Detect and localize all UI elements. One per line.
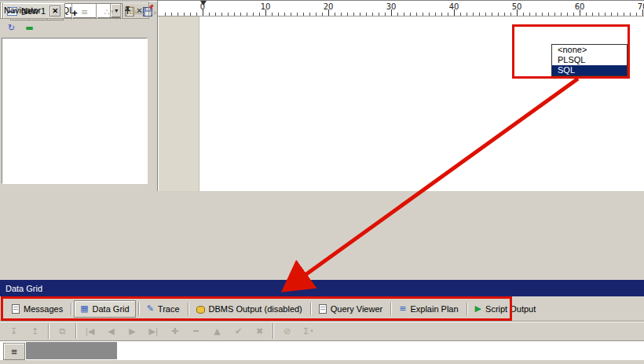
- navigator-content[interactable]: [2, 38, 148, 184]
- toad-editor-window: Editor ◉▾SQL▾✖▾▾⧉↻▦◍▾◔▣»▾▤◎»▾ Desktop: S…: [0, 0, 644, 364]
- refresh-grid-icon: ⧉: [60, 327, 66, 336]
- datagrid-panel-titlebar: Data Grid: [0, 280, 644, 296]
- data-grid-area: ≡: [0, 340, 644, 364]
- tab-data-grid[interactable]: ▦Data Grid: [74, 300, 135, 318]
- navigator-toolbar: ↻▬: [0, 19, 149, 36]
- post-edit-icon: ✔: [235, 327, 242, 336]
- editor-region: 010203040506070: [157, 0, 644, 191]
- ruler-major-tick: [328, 9, 329, 16]
- toolbar-separator: [48, 323, 49, 339]
- tab-query-viewer[interactable]: Query Viewer: [313, 300, 388, 318]
- grid-navigator-toolbar: ↧↥⧉|◀◀▶▶|✚━▲✔✖⊘Σ▾: [0, 321, 644, 340]
- trace-icon: ✎: [147, 304, 154, 313]
- toolbar-separator: [273, 323, 274, 339]
- delete-record-icon: ━: [193, 327, 199, 336]
- editor-ruler: 010203040506070: [158, 1, 644, 17]
- single-record-view-icon: ⊘: [284, 327, 291, 336]
- aggregate-button: Σ▾: [300, 323, 317, 340]
- data-grid-icon: ▦: [80, 304, 88, 313]
- last-record-icon: ▶|: [148, 327, 158, 336]
- tab-trace-label: Trace: [158, 304, 180, 314]
- tab-dbms-output[interactable]: DBMS Output (disabled): [191, 300, 308, 318]
- tab-messages-label: Messages: [24, 304, 63, 314]
- datagrid-panel-title: Data Grid: [5, 284, 42, 293]
- dropdown-caret-icon[interactable]: ▾: [310, 328, 313, 334]
- insert-record-button: ✚: [166, 323, 183, 340]
- tab-separator: [310, 303, 311, 315]
- ruler-major-tick: [454, 9, 455, 16]
- insert-record-icon: ✚: [171, 327, 178, 336]
- query-viewer-icon: [319, 304, 327, 314]
- toolbar-separator: [75, 323, 77, 339]
- navigator-header: Navigator ✕: [0, 2, 149, 19]
- save-grid-icon: ↧: [10, 327, 17, 336]
- editor-gutter: [159, 17, 199, 191]
- result-tabs: Messages▦Data Grid✎TraceDBMS Output (dis…: [0, 296, 644, 321]
- prior-record-icon: ◀: [108, 327, 114, 336]
- ruler-major-tick: [580, 9, 580, 16]
- tab-separator: [138, 303, 139, 315]
- pin-icon[interactable]: [122, 5, 134, 17]
- navigator-sort-button[interactable]: ▬: [21, 20, 38, 36]
- tab-separator: [467, 303, 467, 315]
- next-record-icon: ▶: [129, 327, 135, 336]
- edit-record-button: ▲: [209, 323, 225, 340]
- ruler-major-tick: [517, 9, 518, 16]
- cancel-edit-icon: ✖: [256, 327, 263, 336]
- tab-messages[interactable]: Messages: [6, 300, 68, 318]
- vertical-splitter[interactable]: [149, 0, 157, 191]
- navigator-close-icon[interactable]: ✕: [134, 5, 145, 17]
- tab-explain-plan-label: Explain Plan: [410, 304, 458, 314]
- first-record-button: |◀: [82, 323, 98, 340]
- tab-separator: [390, 303, 391, 315]
- script-output-icon: ▶: [475, 304, 481, 313]
- prior-record-button: ◀: [103, 323, 119, 340]
- grid-bottom-strip: [0, 360, 644, 364]
- tab-trace[interactable]: ✎Trace: [141, 300, 185, 318]
- tab-script-output[interactable]: ▶Script Output: [470, 300, 542, 318]
- ruler-major-tick: [265, 9, 266, 16]
- load-grid-button: ↥: [27, 323, 43, 340]
- single-record-view-button: ⊘: [279, 323, 295, 340]
- refresh-grid-button: ⧉: [54, 323, 71, 340]
- dbms-output-icon: [196, 306, 205, 314]
- tab-query-viewer-label: Query Viewer: [331, 304, 382, 314]
- grid-row-indicator[interactable]: [26, 342, 117, 359]
- desktop-dropdown-list: <none>PLSQLSQL: [551, 44, 628, 76]
- navigator-title: Navigator: [4, 6, 122, 15]
- edit-record-icon: ▲: [214, 327, 220, 336]
- tab-separator: [188, 303, 188, 315]
- save-grid-button: ↧: [5, 323, 22, 340]
- navigator-refresh-icon: ↻: [8, 24, 15, 32]
- last-record-button: ▶|: [145, 323, 162, 340]
- load-grid-icon: ↥: [31, 327, 38, 336]
- navigator-refresh-button[interactable]: ↻: [3, 20, 20, 36]
- post-edit-button: ✔: [230, 323, 247, 340]
- cancel-edit-button: ✖: [251, 323, 268, 340]
- delete-record-button: ━: [188, 323, 204, 340]
- navigator-sort-icon: ▬: [25, 24, 33, 32]
- first-record-icon: |◀: [85, 327, 94, 336]
- main-area: Navigator ✕ ↻▬ 010203040506070: [0, 0, 644, 191]
- ruler-major-tick: [203, 9, 203, 16]
- next-record-button: ▶: [124, 323, 141, 340]
- aggregate-icon: Σ: [303, 327, 309, 336]
- desktop-option-none[interactable]: <none>: [552, 45, 627, 55]
- grid-menu-button[interactable]: ≡: [3, 343, 25, 360]
- ruler-major-tick: [642, 9, 643, 16]
- explain-plan-icon: ≡: [399, 304, 406, 313]
- ruler-major-tick: [391, 9, 392, 16]
- navigator-panel: Navigator ✕ ↻▬: [0, 2, 149, 184]
- tab-explain-plan[interactable]: ≡Explain Plan: [393, 300, 463, 318]
- editor-text-area[interactable]: [158, 17, 644, 191]
- messages-icon: [12, 304, 20, 314]
- tab-separator: [71, 303, 71, 315]
- tab-data-grid-label: Data Grid: [93, 304, 130, 314]
- tab-script-output-label: Script Output: [485, 304, 536, 314]
- desktop-option-SQL[interactable]: SQL: [552, 65, 627, 75]
- desktop-option-PLSQL[interactable]: PLSQL: [552, 55, 627, 65]
- tab-dbms-output-label: DBMS Output (disabled): [209, 304, 302, 314]
